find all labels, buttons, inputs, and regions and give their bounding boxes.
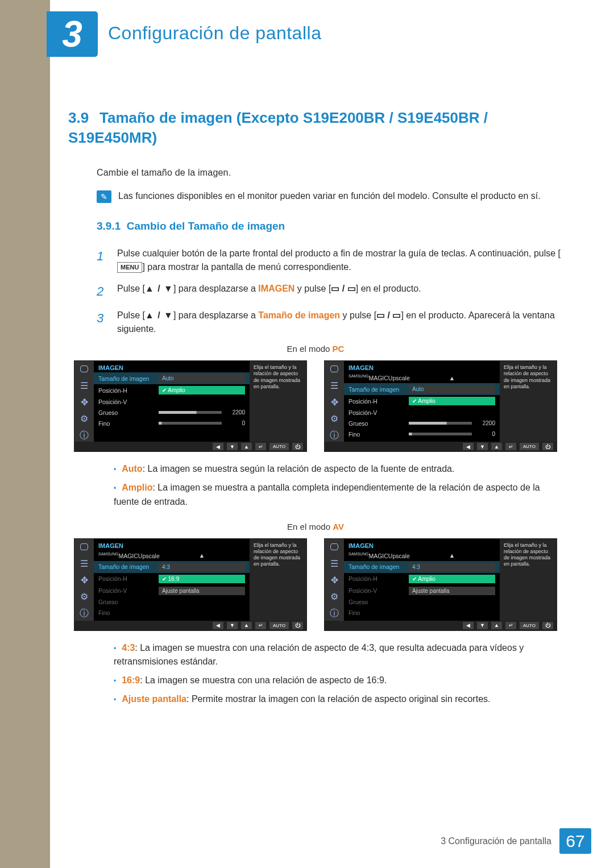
osd-item-grueso: Grueso2200 [344,418,500,429]
osd-av-right: 🖵 ☰ ✥ ⚙ ⓘ IMAGEN SAMSUNGMAGICUpscale▲ Ta… [324,538,557,631]
osd-btn-up: ▲ [491,443,502,450]
step-number: 2 [97,282,107,301]
osd-btn-enter: ↵ [505,443,516,450]
osd-slider [409,422,472,425]
osd-btn-left: ◀ [213,622,223,629]
step-3: 3 Pulse [▲ / ▼] para desplazarse a Tamañ… [97,309,563,336]
section-number: 3.9 [68,108,99,128]
osd-btn-power: ⏻ [542,622,553,629]
osd-value-ajuste: Ajuste pantalla [159,587,245,595]
osd-item-posh: Posición-HAmplio [344,573,500,585]
osd-item-tamano: Tamaño de imagenAuto [94,372,250,384]
osd-item-tamano: Tamaño de imagen4:3 [94,561,250,573]
arrows-icon: ✥ [331,575,338,585]
gear-icon: ⚙ [330,591,338,602]
step2-d: ] en el producto. [356,284,421,293]
osd-item-posh: Posición-H16:9 [94,573,250,585]
arrows-icon: ✥ [331,397,338,408]
osd-btn-enter: ↵ [255,443,266,450]
mode-av-label: En el modo AV [68,522,563,531]
osd-tip: Elija el tamaño y la relación de aspecto… [500,361,557,442]
osd-btn-down: ▼ [477,622,488,629]
osd-btn-down: ▼ [477,443,488,450]
osd-slider [159,422,222,425]
step2-target: IMAGEN [258,284,294,293]
osd-item-fino: Fino [94,608,250,618]
osd-btn-power: ⏻ [292,622,303,629]
osd-footer: ◀ ▼ ▲ ↵ AUTO ⏻ [74,442,306,451]
step2-a: Pulse [ [117,284,145,293]
osd-btn-auto: AUTO [520,622,539,629]
osd-btn-power: ⏻ [292,443,303,450]
list-icon: ☰ [80,558,88,569]
bullet-ajuste: Ajuste pantalla: Permite mostrar la imag… [114,692,563,707]
section-intro: Cambie el tamaño de la imagen. [97,168,563,178]
monitor-icon: 🖵 [330,364,339,375]
osd-sidebar: 🖵 ☰ ✥ ⚙ ⓘ [325,361,344,442]
step-2: 2 Pulse [▲ / ▼] para desplazarse a IMAGE… [97,282,563,301]
osd-btn-up: ▲ [241,622,252,629]
osd-footer: ◀ ▼ ▲ ↵ AUTO ⏻ [74,621,306,630]
osd-item-tamano: Tamaño de imagenAuto [344,383,500,395]
osd-item-grueso: Grueso [344,597,500,608]
osd-value-amplio: Amplio [159,386,245,394]
arrows-icon: ✥ [81,575,88,585]
osd-btn-enter: ↵ [505,622,516,629]
osd-value-amplio: Amplio [409,397,495,405]
osd-btn-auto: AUTO [520,443,539,450]
footer-text: 3 Configuración de pantalla [441,836,551,846]
osd-item-fino: Fino0 [344,429,500,439]
osd-slider [409,433,472,435]
gear-icon: ⚙ [330,413,338,424]
osd-tip: Elija el tamaño y la relación de aspecto… [250,539,306,621]
info-icon: ⓘ [330,608,339,620]
osd-item-grueso: Grueso2200 [94,407,250,418]
info-icon: ⓘ [80,608,89,620]
bullet-auto: Auto: La imagen se muestra según la rela… [114,462,563,476]
menu-key: MENU [117,262,142,273]
subsection-number: 3.9.1 [97,220,121,232]
subsection-heading: 3.9.1 Cambio del Tamaño de imagen [97,220,563,232]
osd-item-posh: Posición-HAmplio [94,384,250,396]
bullet-169: 16:9: La imagen se muestra con una relac… [114,674,563,688]
note-icon: ✎ [97,190,111,203]
chapter-title: Configuración de pantalla [108,23,321,44]
up-down-keys: ▲ / ▼ [145,310,173,320]
gear-icon: ⚙ [80,591,88,602]
osd-item-grueso: Grueso [94,597,250,608]
list-icon: ☰ [330,558,338,569]
bullet-43: 4:3: La imagen se muestra con una relaci… [114,641,563,670]
osd-item-posv: Posición-VAjuste pantalla [344,585,500,597]
osd-btn-enter: ↵ [255,622,266,629]
bullet-amplio: Amplio: La imagen se muestra a pantalla … [114,481,563,509]
osd-btn-up: ▲ [241,443,252,450]
av-bullets: 4:3: La imagen se muestra con una relaci… [114,641,563,707]
list-icon: ☰ [330,380,338,391]
step3-target: Tamaño de imagen [258,310,340,320]
osd-title: IMAGEN [344,541,500,550]
enter-keys-icon: ▭ / ▭ [331,284,355,293]
osd-btn-down: ▼ [227,443,238,450]
page-number: 67 [559,828,591,854]
step3-c: y pulse [ [340,310,376,320]
step1-text-a: Pulse cualquier botón de la parte fronta… [117,248,561,258]
step3-b: ] para desplazarse a [173,310,258,320]
step-number: 1 [97,247,107,274]
step-number: 3 [97,309,107,336]
osd-item-posh: Posición-HAmplio [344,395,500,407]
section-heading: 3.9Tamaño de imagen (Excepto S19E200BR /… [68,108,563,148]
chapter-number: 3 [62,13,82,55]
osd-pc-left: 🖵 ☰ ✥ ⚙ ⓘ IMAGEN Tamaño de imagenAuto Po… [74,360,307,452]
osd-sidebar: 🖵 ☰ ✥ ⚙ ⓘ [74,361,94,442]
monitor-icon: 🖵 [80,542,89,553]
osd-value-amplio: Amplio [409,575,495,583]
list-icon: ☰ [80,380,88,391]
osd-title: IMAGEN [94,541,250,550]
info-icon: ⓘ [330,430,339,442]
section-title: Tamaño de imagen (Excepto S19E200BR / S1… [68,109,488,146]
enter-keys-icon: ▭ / ▭ [376,310,401,320]
osd-btn-power: ⏻ [542,443,553,450]
sidebar-background [0,0,50,868]
osd-value-43: 4:3 [159,563,245,571]
monitor-icon: 🖵 [80,364,89,375]
